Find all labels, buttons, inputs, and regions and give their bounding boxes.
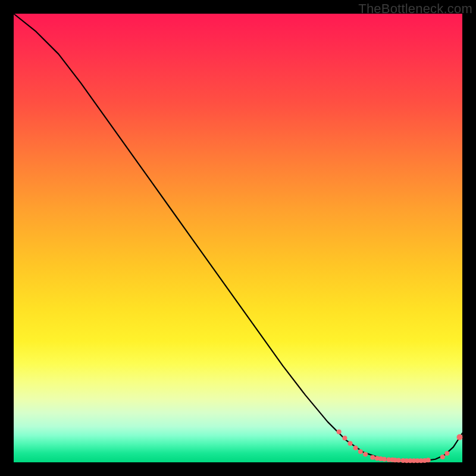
- chart-svg: [14, 14, 462, 462]
- curve-marker: [348, 441, 353, 446]
- chart-stage: TheBottleneck.com: [0, 0, 476, 476]
- curve-marker: [370, 455, 375, 460]
- curve-marker: [440, 455, 445, 459]
- curve-marker: [363, 452, 368, 456]
- curve-marker: [444, 451, 449, 456]
- curve-marker: [337, 430, 342, 434]
- curve-marker: [342, 436, 347, 440]
- plot-area: [14, 14, 462, 462]
- curve-marker: [456, 434, 462, 440]
- curve-marker: [358, 449, 363, 454]
- curve-marker: [426, 458, 431, 462]
- marker-group: [337, 430, 463, 464]
- curve-marker: [382, 457, 387, 462]
- curve-path: [14, 14, 462, 461]
- curve-marker: [353, 446, 358, 450]
- curve-marker: [396, 458, 401, 463]
